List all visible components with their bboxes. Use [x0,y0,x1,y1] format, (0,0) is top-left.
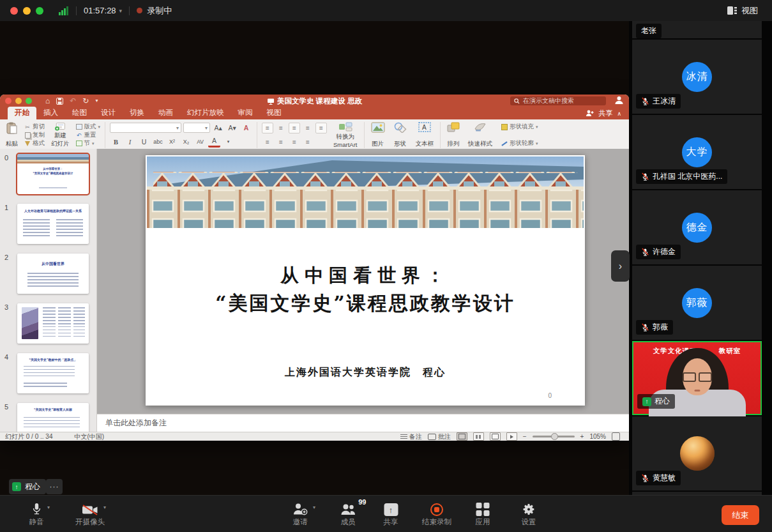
invite-button[interactable]: ▾ 邀请 [292,500,308,527]
traffic-light-minimize[interactable] [23,7,31,15]
tab-draw[interactable]: 绘图 [65,107,94,119]
align-center-button[interactable]: ≡ [275,137,287,148]
tab-animations[interactable]: 动画 [151,107,180,119]
layout-button[interactable]: 版式▾ [76,123,101,131]
tab-insert[interactable]: 插入 [36,107,65,119]
slide-thumbnail-4[interactable]: “美国文学史”教材中的「思政点」 [17,353,89,393]
ppt-zoom-button[interactable] [26,98,32,104]
subscript-button[interactable]: X₂ [180,137,192,147]
tab-home[interactable]: 开始 [8,107,36,119]
participant-tile-wangbingqing[interactable]: 冰清 王冰清 [632,40,762,114]
font-color-caret[interactable]: ▾ [222,137,234,147]
bold-button[interactable]: B [110,137,122,147]
align-right-button[interactable]: ≡ [289,137,300,148]
sidebar-expand-button[interactable]: › [611,250,630,282]
redo-icon[interactable]: ↻ [82,97,89,105]
numbering-button[interactable]: ≡ [275,123,287,133]
tab-slideshow[interactable]: 幻灯片放映 [180,107,231,119]
reading-view-button[interactable] [490,432,501,441]
arrange-button[interactable]: 排列 [445,121,462,149]
bullets-button[interactable]: ≡ [262,123,273,133]
camera-button[interactable]: ▾ 开摄像头 [75,500,105,527]
apps-button[interactable]: 应用 [476,500,490,527]
notes-pane[interactable]: 单击此处添加备注 [97,414,629,432]
underline-button[interactable]: U [138,137,150,147]
quick-styles-button[interactable]: 快速样式 [466,121,494,149]
tab-view[interactable]: 视图 [260,107,289,119]
fit-to-window-button[interactable] [612,432,620,441]
participant-tile-chengxin-video[interactable]: 文学文化课程 教研室 ↑ 程心 [632,341,762,415]
reset-button[interactable]: ↶重置 [76,131,101,139]
ribbon-collapse-icon[interactable]: ∧ [617,110,621,117]
cut-button[interactable]: ✂剪切 [24,123,45,131]
participant-tile-huanghuimin[interactable]: 黄慧敏 [632,416,762,490]
line-spacing-button[interactable]: ≡ [302,123,314,133]
account-icon[interactable] [614,96,624,105]
share-button[interactable]: 共享 [598,109,612,118]
traffic-light-close[interactable] [10,7,18,15]
participant-tile-guowei[interactable]: 郭薇 郭薇 [632,266,762,340]
members-button[interactable]: 99 成员 [341,500,356,527]
meeting-clock[interactable]: 01:57:28 [84,6,116,15]
settings-button[interactable]: 设置 [522,500,536,527]
section-button[interactable]: 节▾ [76,139,101,148]
slide-thumbnail-2[interactable]: 从中国看世界 [17,254,89,294]
mute-button[interactable]: ▾ 静音 [29,500,44,527]
slide-canvas[interactable]: 从中国看世界： “美国文学史”课程思政教学设计 上海外国语大学英语学院 程心 0 [97,149,629,432]
grow-font-button[interactable]: A▴ [212,123,224,133]
font-name-select[interactable]: ▾ [110,123,181,133]
clear-formatting-button[interactable]: A [240,123,252,133]
format-painter-button[interactable]: 格式 [24,139,45,148]
tab-review[interactable]: 审阅 [231,107,260,119]
normal-view-button[interactable] [457,432,467,441]
notes-toggle-button[interactable]: 备注 [400,432,422,441]
participant-tile-xudejin[interactable]: 德金 许德金 [632,190,762,264]
current-slide[interactable]: 从中国看世界： “美国文学史”课程思政教学设计 上海外国语大学英语学院 程心 0 [146,155,585,406]
end-meeting-button[interactable]: 结束 [722,505,759,525]
character-spacing-button[interactable]: AV [194,137,206,147]
strikethrough-button[interactable]: abc [152,137,164,147]
slideshow-view-button[interactable] [506,432,517,441]
font-size-select[interactable]: ▾ [183,123,210,133]
more-options-button[interactable]: ··· [46,479,63,494]
shape-outline-button[interactable]: 形状轮廓▾ [501,139,538,148]
insert-shapes-button[interactable]: 形状 [391,121,409,149]
slide-thumbnail-1[interactable]: 人文外语教育与课程思政的辩证统一关系 [17,204,89,244]
home-icon[interactable]: ⌂ [45,97,50,105]
text-direction-button[interactable]: ≡ [315,123,327,133]
justify-button[interactable]: ≡ [302,137,314,148]
zoom-level[interactable]: 105% [589,433,606,440]
comments-toggle-button[interactable]: 批注 [428,432,451,441]
slide-thumbnail-0[interactable]: 从中国看世界： “美国文学史”课程思政教学设计 [17,154,89,194]
new-slide-button[interactable]: 新建 幻灯片 [49,121,72,149]
font-color-button[interactable]: A [208,136,220,148]
traffic-light-zoom[interactable] [36,7,43,15]
participant-tile-kongxiangguo[interactable]: 大学 孔祥国 北京中医药... [632,115,762,189]
tab-transitions[interactable]: 切换 [123,107,151,119]
insert-textbox-button[interactable]: A 文本框 [414,121,436,149]
mute-caret-icon[interactable]: ▾ [47,505,50,510]
search-input[interactable]: 在演示文稿中搜索 [510,96,606,105]
zoom-in-button[interactable]: + [580,433,584,440]
align-left-button[interactable]: ≡ [262,137,273,148]
copy-button[interactable]: 复制 [24,131,45,139]
zoom-slider[interactable] [533,436,575,437]
slide-thumbnail-5[interactable]: “美国文学史”课程育人目标 [17,403,89,432]
language-indicator[interactable]: 中文(中国) [74,432,104,441]
zoom-slider-knob[interactable] [551,433,558,440]
convert-smartart-button[interactable]: 转换为 SmartArt [331,121,359,149]
shrink-font-button[interactable]: A▾ [226,123,238,133]
participant-tile-laozhang[interactable]: 老张 [632,21,762,38]
insert-picture-button[interactable]: 图片 [369,121,387,149]
titlebar-caret-icon[interactable]: ▾ [95,98,98,103]
invite-caret-icon[interactable]: ▾ [313,505,315,510]
tab-design[interactable]: 设计 [94,107,123,119]
save-icon[interactable] [56,98,63,105]
ppt-minimize-button[interactable] [15,98,22,104]
view-menu-button[interactable]: 视图 [741,5,758,17]
slide-thumbnail-3[interactable] [17,303,89,344]
superscript-button[interactable]: X² [166,137,178,147]
italic-button[interactable]: I [124,137,136,147]
shape-fill-button[interactable]: 形状填充▾ [501,123,538,131]
share-screen-button[interactable]: ↑ 共享 [384,500,398,527]
